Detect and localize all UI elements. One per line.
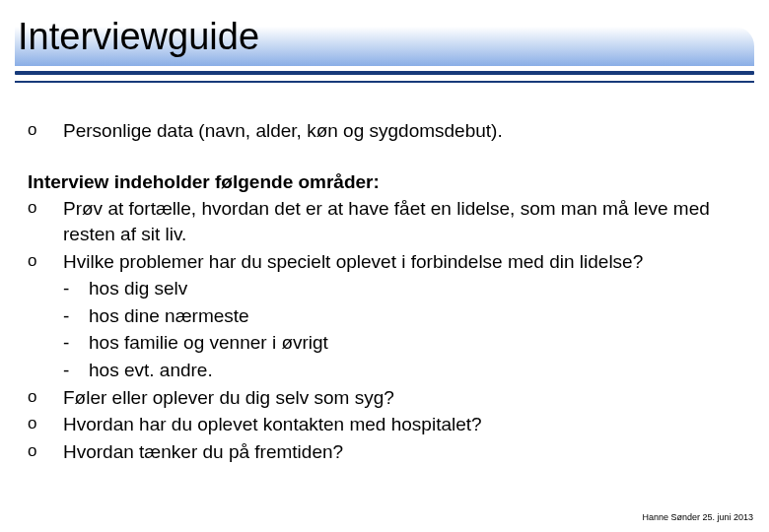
intro-text: Personlige data (navn, alder, køn og syg… — [63, 118, 741, 144]
list-item: o Hvordan tænker du på fremtiden? — [28, 439, 741, 465]
rule-thin — [15, 81, 754, 83]
sub-text: hos dig selv — [89, 276, 741, 301]
bullet-icon: o — [28, 196, 63, 220]
footer-credit: Hanne Sønder 25. juni 2013 — [642, 512, 753, 522]
dash-icon: - — [63, 276, 89, 301]
bullet-icon: o — [28, 385, 63, 409]
bullet-icon: o — [28, 439, 63, 463]
item-text: Føler eller oplever du dig selv som syg? — [63, 385, 741, 411]
sub-item: - hos familie og venner i øvrigt — [63, 330, 741, 356]
item-text: Hvilke problemer har du specielt oplevet… — [63, 249, 741, 275]
slide-title: Interviewguide — [18, 16, 259, 58]
content: o Personlige data (navn, alder, køn og s… — [28, 118, 741, 467]
bullet-icon: o — [28, 118, 63, 142]
slide: Interviewguide o Personlige data (navn, … — [0, 0, 769, 532]
sub-item: - hos dig selv — [63, 276, 741, 301]
dash-icon: - — [63, 358, 89, 383]
bullet-icon: o — [28, 249, 63, 273]
sub-item: - hos dine nærmeste — [63, 303, 741, 329]
dash-icon: - — [63, 330, 89, 356]
list-item: o Hvordan har du oplevet kontakten med h… — [28, 412, 741, 437]
sub-item: - hos evt. andre. — [63, 358, 741, 383]
dash-icon: - — [63, 303, 89, 329]
section-heading: Interview indeholder følgende områder: — [28, 169, 741, 195]
rule-thick — [15, 71, 754, 75]
list-item: o Prøv at fortælle, hvordan det er at ha… — [28, 196, 741, 246]
bullet-icon: o — [28, 412, 63, 435]
item-text: Prøv at fortælle, hvordan det er at have… — [63, 196, 741, 246]
item-text: Hvordan har du oplevet kontakten med hos… — [63, 412, 741, 437]
intro-row: o Personlige data (navn, alder, køn og s… — [28, 118, 741, 144]
sub-list: - hos dig selv - hos dine nærmeste - hos… — [28, 276, 741, 383]
sub-text: hos familie og venner i øvrigt — [89, 330, 741, 356]
sub-text: hos evt. andre. — [89, 358, 741, 383]
spacer — [28, 146, 741, 169]
list-item: o Føler eller oplever du dig selv som sy… — [28, 385, 741, 411]
sub-text: hos dine nærmeste — [89, 303, 741, 329]
list-item: o Hvilke problemer har du specielt oplev… — [28, 249, 741, 275]
item-text: Hvordan tænker du på fremtiden? — [63, 439, 741, 465]
